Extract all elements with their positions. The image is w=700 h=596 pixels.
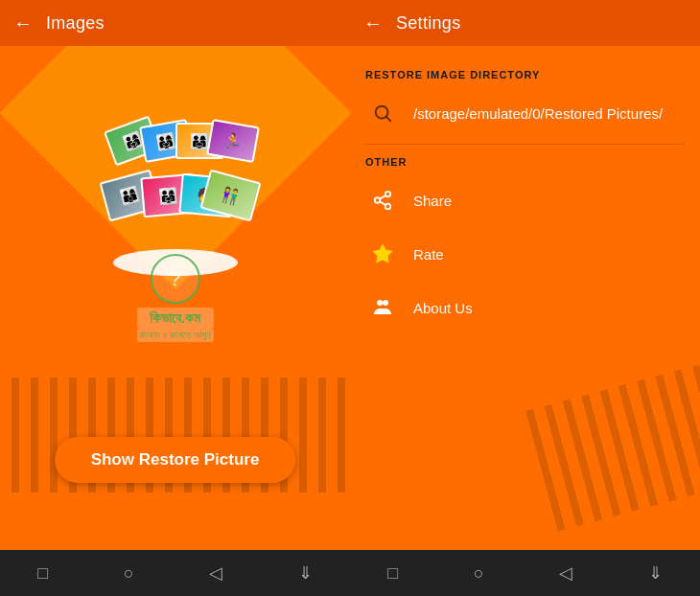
right-nav-back[interactable]: ◁ xyxy=(559,562,572,584)
left-bottom-nav: □ ○ ◁ ⇓ xyxy=(0,550,350,596)
left-main-content: ? কিভাবে.কম জানতে ও জানাতে আসুন Show Res… xyxy=(0,46,350,550)
left-back-button[interactable]: ← xyxy=(13,12,33,34)
left-screen-title: Images xyxy=(46,13,105,34)
restore-dir-text-block: /storage/emulated/0/Restored Pictures/ xyxy=(413,105,685,122)
svg-marker-7 xyxy=(373,244,392,263)
share-label: Share xyxy=(413,193,685,209)
left-nav-square[interactable]: □ xyxy=(37,563,48,584)
restore-dir-path: /storage/emulated/0/Restored Pictures/ xyxy=(413,105,685,122)
about-us-item[interactable]: About Us xyxy=(350,281,700,334)
settings-body: RESTORE IMAGE DIRECTORY /storage/emulate… xyxy=(350,46,700,350)
svg-line-6 xyxy=(380,195,385,199)
star-icon xyxy=(365,237,400,271)
restore-dir-icon xyxy=(365,96,400,130)
left-nav-back[interactable]: ◁ xyxy=(209,562,222,584)
watermark: ? কিভাবে.কম জানতে ও জানাতে আসুন xyxy=(136,254,213,342)
watermark-symbol: ? xyxy=(169,266,180,291)
right-nav-menu[interactable]: ⇓ xyxy=(648,562,663,584)
settings-content: RESTORE IMAGE DIRECTORY /storage/emulate… xyxy=(350,46,700,550)
right-screen-title: Settings xyxy=(396,13,460,34)
share-item[interactable]: Share xyxy=(350,173,700,227)
photo-fan xyxy=(99,123,252,266)
share-icon xyxy=(365,183,400,218)
watermark-text: কিভাবে.কম xyxy=(136,308,213,329)
share-text-block: Share xyxy=(413,193,685,209)
svg-point-8 xyxy=(377,300,383,306)
section-header-other: OTHER xyxy=(350,149,700,173)
left-nav-menu[interactable]: ⇓ xyxy=(298,562,313,584)
about-us-text-block: About Us xyxy=(413,300,685,316)
right-nav-circle[interactable]: ○ xyxy=(474,563,484,584)
right-bottom-nav: □ ○ ◁ ⇓ xyxy=(350,550,700,596)
show-restore-picture-button[interactable]: Show Restore Picture xyxy=(55,437,296,483)
section-header-restore: RESTORE IMAGE DIRECTORY xyxy=(350,61,700,86)
divider-1 xyxy=(365,144,685,145)
restore-directory-item[interactable]: /storage/emulated/0/Restored Pictures/ xyxy=(350,86,700,140)
right-back-button[interactable]: ← xyxy=(363,12,383,34)
right-top-bar: ← Settings xyxy=(350,0,700,46)
right-nav-square[interactable]: □ xyxy=(387,563,398,584)
svg-point-9 xyxy=(383,300,388,306)
film-strip-right xyxy=(515,364,700,534)
svg-line-1 xyxy=(386,117,390,121)
left-phone: ← Images ? কিভাবে.কম জ xyxy=(0,0,350,596)
svg-line-5 xyxy=(380,201,385,205)
watermark-circle: ? xyxy=(151,254,200,304)
rate-label: Rate xyxy=(413,246,685,263)
rate-text-block: Rate xyxy=(413,246,685,263)
left-nav-circle[interactable]: ○ xyxy=(124,563,134,584)
rate-item[interactable]: Rate xyxy=(350,227,700,281)
left-top-bar: ← Images xyxy=(0,0,350,46)
right-phone: ← Settings RESTORE IMAGE DIRECTORY /stor… xyxy=(350,0,700,596)
watermark-subtext: জানতে ও জানাতে আসুন xyxy=(136,329,213,342)
about-us-label: About Us xyxy=(413,300,685,316)
people-icon xyxy=(365,290,400,325)
